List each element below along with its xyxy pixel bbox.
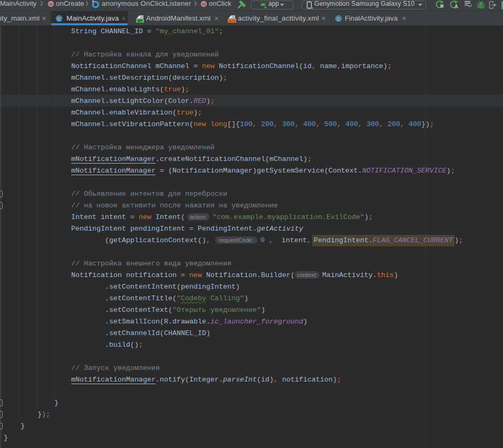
svg-text:A: A [454, 4, 458, 9]
svg-text:C: C [337, 16, 341, 22]
svg-text:m: m [202, 2, 206, 7]
svg-text:m: m [49, 2, 53, 7]
svg-text:C: C [57, 16, 61, 22]
svg-text:</>: </> [229, 19, 236, 23]
svg-text:MF: MF [137, 19, 143, 23]
